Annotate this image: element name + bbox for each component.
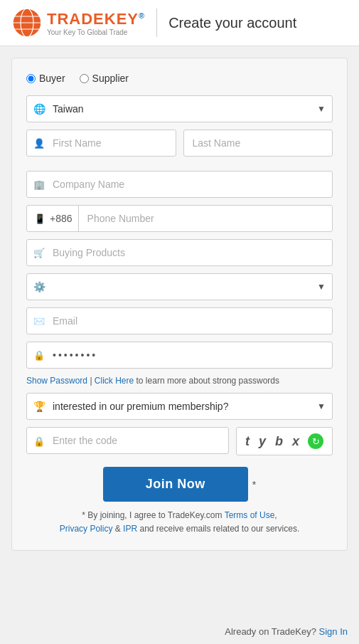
- buyer-label: Buyer: [39, 73, 65, 84]
- first-name-input[interactable]: [26, 130, 176, 157]
- captcha-input[interactable]: [26, 427, 229, 454]
- sign-in-link[interactable]: Sign In: [319, 626, 348, 637]
- logo-area: TRADEKEY® Your Key To Global Trade: [11, 7, 145, 38]
- terms-text: * By joining, I agree to TradeKey.com Te…: [26, 509, 333, 536]
- terms-of-use-link[interactable]: Terms of Use: [225, 510, 275, 520]
- logo-reg: ®: [139, 11, 145, 19]
- page-footer: Already on TradeKey? Sign In: [0, 619, 359, 644]
- supplier-label: Supplier: [92, 73, 129, 84]
- join-asterisk: *: [252, 479, 256, 490]
- captcha-input-wrapper: 🔒: [26, 427, 229, 455]
- phone-input[interactable]: [79, 206, 332, 231]
- company-name-wrapper: 🏢: [26, 171, 333, 198]
- buyer-radio[interactable]: [26, 74, 36, 83]
- supplier-radio-label[interactable]: Supplier: [80, 73, 129, 84]
- captcha-box: t y b x ↻: [236, 427, 333, 455]
- company-name-input[interactable]: [26, 171, 333, 198]
- captcha-row: 🔒 t y b x ↻: [26, 427, 333, 455]
- lock-icon: 🔒: [33, 350, 45, 361]
- email-input[interactable]: [26, 307, 333, 334]
- logo-name: TRADEKEY®: [47, 10, 145, 28]
- password-wrapper: 🔒: [26, 342, 333, 369]
- logo-tagline: Your Key To Global Trade: [47, 28, 145, 36]
- email-icon: ✉️: [33, 316, 45, 327]
- email-wrapper: ✉️: [26, 307, 333, 334]
- terms-end: and receive emails related to our servic…: [137, 524, 299, 534]
- logo-trade: TRADE: [47, 10, 105, 28]
- buying-products-wrapper: 🛒: [26, 239, 333, 266]
- main-container: Buyer Supplier 🌐 Taiwan United States Ch…: [0, 46, 359, 619]
- phone-prefix-text: +886: [50, 213, 73, 224]
- category-select[interactable]: Electronics Clothing: [26, 273, 333, 300]
- captcha-lock-icon: 🔒: [33, 436, 45, 447]
- account-type-group: Buyer Supplier: [26, 73, 333, 84]
- click-here-link[interactable]: Click Here: [95, 376, 134, 386]
- password-hint-text: to learn more about strong passwords: [136, 376, 279, 386]
- last-name-wrapper: [183, 130, 333, 157]
- person-icon: 👤: [33, 138, 45, 149]
- password-input[interactable]: [26, 342, 333, 369]
- phone-row: 📱 +886: [26, 205, 333, 232]
- footer-text: Already on TradeKey?: [225, 626, 318, 637]
- terms-comma: ,: [274, 510, 277, 520]
- terms-amp: &: [112, 524, 123, 534]
- buyer-radio-label[interactable]: Buyer: [26, 73, 65, 84]
- privacy-policy-link[interactable]: Privacy Policy: [60, 524, 113, 534]
- membership-select-wrapper: 🏆 interested in our premium membership? …: [26, 393, 333, 420]
- join-row: Join Now *: [26, 467, 333, 502]
- header-title: Create your account: [168, 15, 296, 31]
- company-icon: 🏢: [33, 179, 45, 190]
- logo-text: TRADEKEY® Your Key To Global Trade: [47, 10, 145, 36]
- join-now-button[interactable]: Join Now: [103, 467, 248, 502]
- supplier-radio[interactable]: [80, 74, 89, 83]
- show-password-row: Show Password | Click Here to learn more…: [26, 376, 333, 386]
- captcha-refresh-button[interactable]: ↻: [308, 433, 323, 449]
- membership-select[interactable]: interested in our premium membership? Ye…: [26, 393, 333, 420]
- header-divider: [156, 9, 157, 37]
- country-select-wrapper: 🌐 Taiwan United States China United King…: [26, 95, 333, 122]
- cart-icon: 🛒: [33, 248, 45, 258]
- name-row: 👤: [26, 130, 333, 164]
- phone-icon: 📱: [34, 213, 45, 224]
- show-password-link[interactable]: Show Password: [26, 376, 87, 386]
- logo-key: KEY: [105, 10, 139, 28]
- form-card: Buyer Supplier 🌐 Taiwan United States Ch…: [11, 58, 348, 551]
- ipr-link[interactable]: IPR: [123, 524, 137, 534]
- captcha-text: t y b x: [245, 434, 302, 449]
- first-name-wrapper: 👤: [26, 130, 176, 157]
- terms-prefix: * By joining, I agree to TradeKey.com: [82, 510, 224, 520]
- country-select[interactable]: Taiwan United States China United Kingdo…: [26, 95, 333, 122]
- buying-products-input[interactable]: [26, 239, 333, 266]
- last-name-input[interactable]: [183, 130, 333, 157]
- category-select-wrapper: ⚙️ Electronics Clothing ▼: [26, 273, 333, 300]
- logo-globe-icon: [11, 7, 43, 38]
- header: TRADEKEY® Your Key To Global Trade Creat…: [0, 0, 359, 46]
- phone-prefix: 📱 +886: [27, 206, 79, 231]
